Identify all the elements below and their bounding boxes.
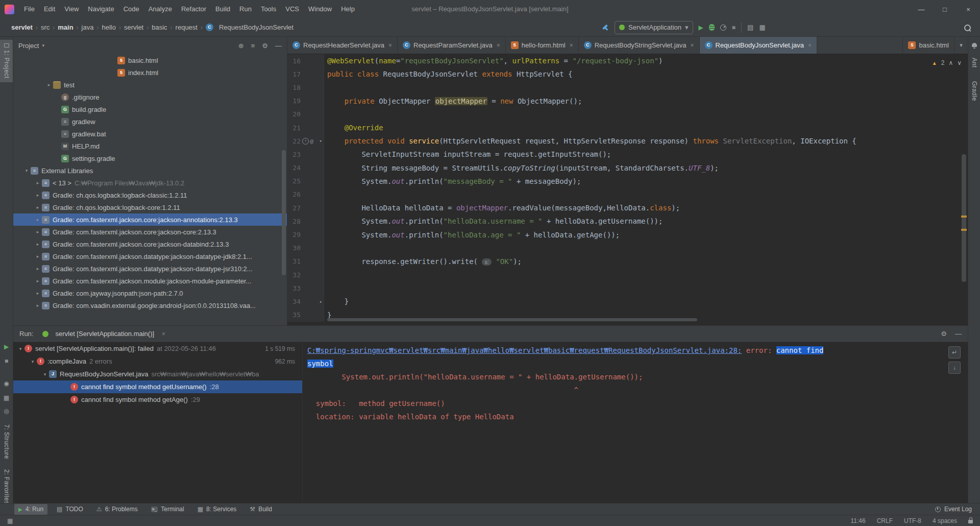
run-panel-divider[interactable] [302,342,303,503]
hide-panel-icon[interactable]: — [955,330,962,338]
tree-item[interactable]: 5basic.html [13,54,287,66]
tree-item[interactable]: ▸≡Gradle: com.fasterxml.jackson.core:jac… [13,238,287,250]
warning-stripe-mark[interactable] [961,216,967,218]
hide-panel-icon[interactable]: — [275,42,282,50]
tree-item[interactable]: ▾≡External Libraries [13,164,287,177]
tree-chevron-icon[interactable]: ▾ [41,372,49,377]
breadcrumb-item[interactable]: servlet [10,23,34,31]
caret-position[interactable]: 11:46 [850,517,865,524]
run-tree-item[interactable]: !cannot find symbol method getAge() :29 [13,393,302,406]
rerun-icon[interactable]: ▶ [0,343,13,350]
tree-chevron-icon[interactable]: ▾ [22,168,31,173]
tree-chevron-icon[interactable]: ▸ [34,229,42,234]
close-tab-icon[interactable]: × [497,42,500,49]
toolwindow-button-8-services[interactable]: ▦8: Services [193,504,241,515]
tree-item[interactable]: ≡gradlew [13,115,287,128]
notifications-icon[interactable] [972,43,977,47]
project-panel-title[interactable]: Project [18,42,39,50]
close-tab-icon[interactable]: × [570,42,573,49]
tree-chevron-icon[interactable]: ▸ [34,254,42,259]
project-scrollbar[interactable] [282,150,286,275]
run-tree-item[interactable]: ▾JRequestBodyJsonServlet.java src₩main₩j… [13,368,302,380]
tool-window-switcher-icon[interactable]: ▦ [7,517,13,524]
menu-build[interactable]: Build [211,0,235,18]
editor-tab[interactable]: CRequestHeaderServlet.java× [287,37,398,54]
menu-tools[interactable]: Tools [256,0,281,18]
build-project-icon[interactable] [601,24,609,31]
tree-chevron-icon[interactable]: ▸ [34,242,42,247]
search-everywhere-icon[interactable] [964,25,971,31]
maximize-button[interactable]: □ [933,0,957,18]
fold-marker-icon[interactable]: ▴ [315,299,324,304]
fold-marker-icon[interactable]: ▾ [315,138,324,144]
breadcrumb-item[interactable]: src [40,23,51,31]
breadcrumb-item[interactable]: servlet [123,23,144,31]
editor-horizontal-scrollbar[interactable] [327,318,697,321]
breadcrumb-item[interactable]: basic [151,23,168,31]
scroll-to-end-icon[interactable]: ↓ [948,362,961,374]
sidebar-item-project[interactable]: 1: Project [0,40,13,82]
event-log-button[interactable]: Event Log [935,506,972,513]
menu-window[interactable]: Window [304,0,336,18]
toolwindow-button-terminal[interactable]: >_Terminal [147,504,188,515]
close-tab-icon[interactable]: × [808,42,812,49]
layout-icon[interactable]: ▦ [759,23,765,31]
tree-chevron-icon[interactable]: ▾ [16,346,24,351]
tree-item[interactable]: MHELP.md [13,140,287,152]
gear-icon[interactable]: ⚙ [941,330,947,338]
close-icon[interactable]: × [162,330,165,338]
tree-chevron-icon[interactable]: ▸ [34,303,42,308]
warning-stripe-mark[interactable] [961,229,967,231]
breadcrumb-item[interactable]: CRequestBodyJsonServlet [205,23,295,31]
tree-item[interactable]: Gsettings.gradle [13,152,287,164]
sidebar-item-ant[interactable]: Ant [968,54,980,71]
menu-file[interactable]: File [19,0,39,18]
gear-icon[interactable]: ⚙ [262,42,268,50]
tree-item[interactable]: ▸≡Gradle: ch.qos.logback:logback-core:1.… [13,201,287,213]
tree-item[interactable]: ▸test [13,79,287,91]
run-tab[interactable]: servlet [ServletApplication.main()] × [39,329,168,339]
tree-item[interactable]: ▸≡Gradle: com.fasterxml.jackson.core:jac… [13,226,287,238]
tree-chevron-icon[interactable]: ▸ [34,193,42,198]
tree-item[interactable]: ▸≡Gradle: com.fasterxml.jackson.core:jac… [13,213,287,226]
stop-process-icon[interactable]: ■ [0,357,13,365]
run-configuration-select[interactable]: ServletApplication ▾ [615,21,693,34]
editor-tab[interactable]: 5hello-form.html× [506,37,579,54]
tree-item[interactable]: ▸≡Gradle: com.fasterxml.jackson.module:j… [13,275,287,287]
tree-chevron-icon[interactable]: ▸ [34,291,42,296]
tree-item[interactable]: ▸≡Gradle: ch.qos.logback:logback-classic… [13,189,287,201]
profiler-button[interactable] [720,25,726,31]
toolwindow-button-todo[interactable]: ▤TODO [53,504,87,515]
tree-item[interactable]: ▸≡Gradle: com.vaadin.external.google:and… [13,299,287,312]
editor-tab[interactable]: CRequestBodyJsonServlet.java× [700,37,817,54]
open-project-icon[interactable]: ▤ [747,23,753,31]
menu-view[interactable]: View [60,0,83,18]
pin-tab-icon[interactable]: ◎ [0,408,13,415]
sidebar-item-favorites[interactable]: 2: Favorites [0,466,13,503]
tree-item[interactable]: ▸≡Gradle: com.fasterxml.jackson.datatype… [13,262,287,275]
menu-run[interactable]: Run [235,0,256,18]
run-console[interactable]: C:₩spring-springmvc₩servlet₩src₩main₩jav… [307,342,963,503]
menu-help[interactable]: Help [336,0,359,18]
tab-list-chevron-icon[interactable]: ▾ [954,37,968,54]
tree-chevron-icon[interactable]: ▸ [34,266,42,271]
editor-vertical-scrollbar[interactable] [962,154,966,282]
soft-wrap-icon[interactable]: ↵ [948,346,961,358]
breadcrumb-item[interactable]: main [57,23,74,31]
menu-analyze[interactable]: Analyze [144,0,177,18]
sidebar-item-structure[interactable]: 7: Structure [0,421,13,463]
stop-button[interactable]: ■ [732,24,736,31]
editor-tab[interactable]: 5basic.html [902,37,954,54]
tree-item[interactable]: ▸≡Gradle: com.fasterxml.jackson.datatype… [13,250,287,262]
file-encoding[interactable]: UTF-8 [904,517,921,524]
code-editor[interactable]: 16@WebServlet(name="requestBodyJsonServl… [287,54,960,325]
read-only-lock-icon[interactable] [968,520,973,523]
tree-item[interactable]: Gbuild.gradle [13,103,287,115]
sidebar-item-gradle[interactable]: Gradle [968,78,980,105]
toolwindow-button-6-problems[interactable]: ⚠6: Problems [92,504,142,515]
toolwindow-button-build[interactable]: ⚒Build [246,504,276,515]
run-tree-item[interactable]: ▾!servlet [ServletApplication.main()]: f… [13,342,302,355]
tree-item[interactable]: ▸≡Gradle: com.jayway.jsonpath:json-path:… [13,287,287,299]
tree-chevron-icon[interactable]: ▸ [34,180,42,185]
tree-chevron-icon[interactable]: ▸ [34,278,42,283]
